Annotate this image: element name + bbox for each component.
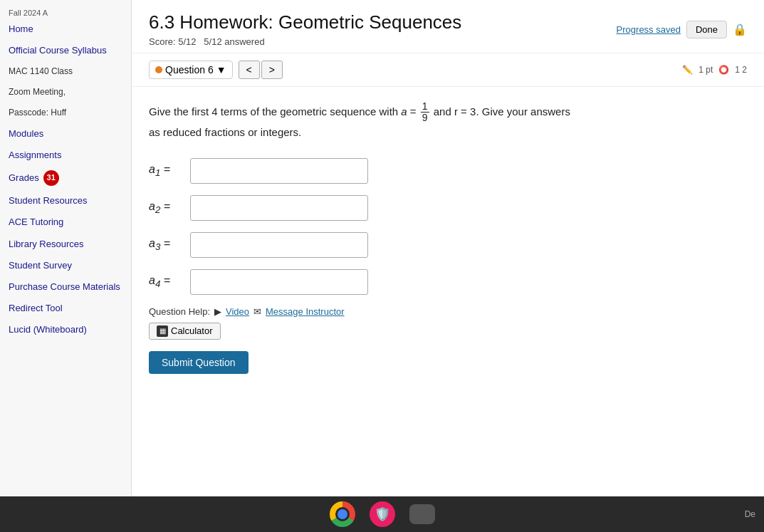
help-label: Question Help: xyxy=(149,306,210,317)
semester-label: Fall 2024 A xyxy=(0,6,131,19)
content-header: 6.3 Homework: Geometric Sequences Score:… xyxy=(132,0,764,53)
sidebar-item-home[interactable]: Home xyxy=(0,19,131,40)
a4-row: a4 = xyxy=(149,269,747,295)
calculator-icon: ▦ xyxy=(157,325,168,337)
dropdown-arrow-icon: ▼ xyxy=(216,64,226,75)
question-r-label: and r = 3. Give your answers xyxy=(434,105,570,118)
circle-icon: ⭕ xyxy=(718,65,729,75)
sidebar-item-zoom-meeting: Zoom Meeting, xyxy=(0,82,131,103)
score-text: Score: 5/12 5/12 answered xyxy=(149,36,461,47)
sidebar-item-student-survey[interactable]: Student Survey xyxy=(0,255,131,276)
score-label: Score: 5/12 xyxy=(149,36,197,47)
calculator-row: ▦ Calculator xyxy=(149,323,747,340)
a3-input[interactable] xyxy=(190,232,368,258)
video-link[interactable]: Video xyxy=(226,306,249,317)
question-selector[interactable]: Question 6 ▼ xyxy=(149,61,233,79)
sidebar-item-redirect-tool[interactable]: Redirect Tool xyxy=(0,298,131,319)
sidebar-item-ace-tutoring[interactable]: ACE Tutoring xyxy=(0,212,131,233)
question-nav-right: ✏️ 1 pt ⭕ 1 2 xyxy=(682,65,747,75)
sidebar: Fall 2024 A Home Official Course Syllabu… xyxy=(0,0,132,496)
prev-question-button[interactable]: < xyxy=(239,61,260,79)
question-help: Question Help: ▶ Video ✉ Message Instruc… xyxy=(149,306,747,317)
answered-label: 5/12 answered xyxy=(204,36,264,47)
question-content: Give the first 4 terms of the geometric … xyxy=(132,87,764,496)
message-icon: ✉ xyxy=(253,306,261,317)
a-var-label: a = xyxy=(401,105,419,118)
chrome-icon[interactable] xyxy=(330,501,355,527)
next-question-button[interactable]: > xyxy=(261,61,283,79)
a2-label: a2 = xyxy=(149,200,183,215)
a3-row: a3 = xyxy=(149,232,747,258)
nav-arrows: < > xyxy=(239,61,283,79)
fraction-numerator: 1 xyxy=(421,101,429,113)
question-nav: Question 6 ▼ < > ✏️ 1 pt ⭕ 1 2 xyxy=(132,53,764,87)
message-instructor-link[interactable]: Message Instructor xyxy=(266,306,345,317)
question-label: Question 6 xyxy=(165,64,214,75)
content-area: 6.3 Homework: Geometric Sequences Score:… xyxy=(132,0,764,496)
lock-icon: 🔒 xyxy=(733,23,747,36)
edit-icon: ✏️ xyxy=(682,65,693,75)
fraction-display: 1 9 xyxy=(421,101,429,124)
calculator-button[interactable]: ▦ Calculator xyxy=(149,323,221,340)
sidebar-item-student-resources[interactable]: Student Resources xyxy=(0,190,131,212)
taskbar-de-label: De xyxy=(745,509,755,519)
a1-input[interactable] xyxy=(190,158,368,184)
homework-title: 6.3 Homework: Geometric Sequences xyxy=(149,11,461,33)
question-dot xyxy=(155,66,162,73)
grades-label: Grades xyxy=(9,172,39,184)
a4-label: a4 = xyxy=(149,274,183,289)
grades-badge: 31 xyxy=(43,170,59,186)
a2-row: a2 = xyxy=(149,195,747,221)
taskbar: 🛡️ De xyxy=(0,496,764,532)
score-row: 6.3 Homework: Geometric Sequences Score:… xyxy=(149,11,747,47)
question-text: Give the first 4 terms of the geometric … xyxy=(149,101,747,141)
done-button[interactable]: Done xyxy=(686,21,727,38)
submit-question-button[interactable]: Submit Question xyxy=(149,351,248,374)
question-text-after: as reduced fractions or integers. xyxy=(149,126,301,138)
tv-icon[interactable] xyxy=(409,504,435,524)
sidebar-item-assignments[interactable]: Assignments xyxy=(0,145,131,166)
sidebar-item-lucid-whiteboard[interactable]: Lucid (Whiteboard) xyxy=(0,319,131,340)
sidebar-item-grades[interactable]: Grades 31 xyxy=(0,166,131,190)
a1-row: a1 = xyxy=(149,158,747,184)
sidebar-item-purchase-course-materials[interactable]: Purchase Course Materials xyxy=(0,276,131,298)
vpn-icon[interactable]: 🛡️ xyxy=(370,501,395,527)
a4-input[interactable] xyxy=(190,269,368,295)
fraction-denominator: 9 xyxy=(421,113,429,123)
sidebar-item-mac-class: MAC 1140 Class xyxy=(0,61,131,82)
a1-label: a1 = xyxy=(149,163,183,178)
sidebar-item-library-resources[interactable]: Library Resources xyxy=(0,234,131,255)
calculator-label: Calculator xyxy=(171,325,213,336)
progress-saved-link[interactable]: Progress saved xyxy=(617,24,681,35)
main-container: Fall 2024 A Home Official Course Syllabu… xyxy=(0,0,764,496)
a2-input[interactable] xyxy=(190,195,368,221)
sidebar-item-official-course-syllabus[interactable]: Official Course Syllabus xyxy=(0,40,131,61)
points-label: 1 pt xyxy=(698,65,713,75)
question-text-before: Give the first 4 terms of the geometric … xyxy=(149,105,398,118)
video-icon: ▶ xyxy=(214,306,221,317)
sidebar-item-modules[interactable]: Modules xyxy=(0,123,131,145)
sidebar-item-passcode: Passcode: Huff xyxy=(0,103,131,123)
header-actions: Progress saved Done 🔒 xyxy=(617,21,747,38)
question-nav-left: Question 6 ▼ < > xyxy=(149,61,283,79)
circle-label: 1 2 xyxy=(735,65,747,75)
a3-label: a3 = xyxy=(149,237,183,252)
page-title: 6.3 Homework: Geometric Sequences Score:… xyxy=(149,11,461,47)
